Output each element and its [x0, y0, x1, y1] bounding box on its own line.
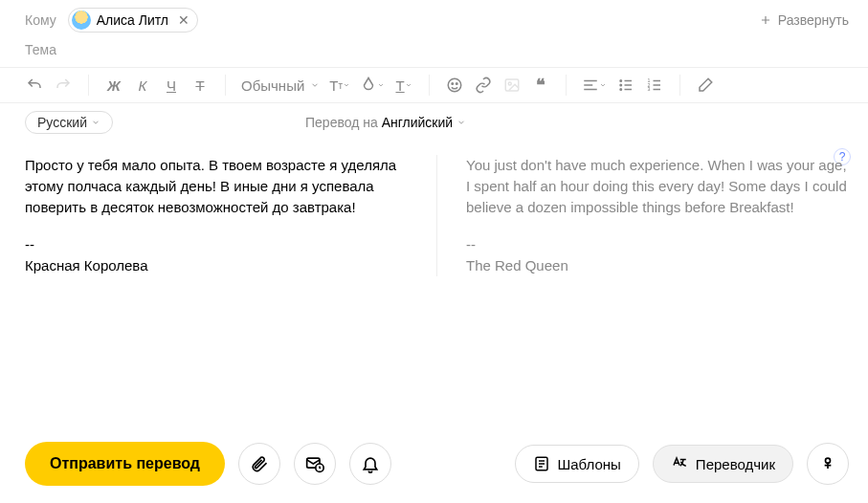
target-language-label: Английский — [382, 115, 453, 130]
svg-text:3: 3 — [648, 86, 651, 92]
paint-icon — [360, 77, 377, 94]
translation-signature: The Red Queen — [466, 255, 849, 276]
templates-button[interactable]: Шаблоны — [515, 445, 639, 483]
recipient-chip[interactable]: Алиса Литл ✕ — [68, 8, 198, 33]
emoji-button[interactable] — [445, 74, 464, 97]
source-language-label: Русский — [37, 115, 87, 130]
paragraph-style-select[interactable]: Обычный — [241, 77, 320, 94]
plus-icon — [759, 13, 772, 27]
link-icon — [475, 77, 492, 94]
target-language-select[interactable]: Перевод на Английский — [305, 115, 466, 130]
translation-body-text: You just don't have much experience. Whe… — [466, 155, 849, 217]
svg-point-5 — [620, 80, 622, 82]
numbered-list-button[interactable]: 123 — [645, 74, 664, 97]
emoji-icon — [446, 77, 463, 94]
translation-text-pane: You just don't have much experience. Whe… — [436, 155, 849, 276]
chip-close-icon[interactable]: ✕ — [178, 13, 189, 27]
source-signature: Красная Королева — [25, 255, 408, 276]
expand-button[interactable]: Развернуть — [759, 12, 849, 28]
align-button[interactable] — [582, 74, 607, 97]
source-language-chip[interactable]: Русский — [25, 111, 113, 134]
recipient-name: Алиса Литл — [97, 12, 168, 28]
translator-label: Переводчик — [696, 456, 775, 472]
svg-point-1 — [452, 83, 454, 85]
reminder-button[interactable] — [349, 443, 391, 485]
svg-point-7 — [620, 89, 622, 91]
to-label: Кому — [25, 12, 56, 28]
source-body-text: Просто у тебя мало опыта. В твоем возрас… — [25, 155, 408, 217]
svg-point-6 — [620, 84, 622, 86]
quote-button[interactable]: ❝ — [531, 74, 550, 97]
underline-button[interactable]: Ч — [162, 74, 181, 97]
svg-point-0 — [448, 78, 461, 92]
chevron-down-icon — [310, 80, 320, 90]
svg-point-14 — [826, 458, 831, 463]
templates-label: Шаблоны — [558, 456, 621, 472]
editor-toolbar: Ж К Ч Т Обычный Tт Т ❝ 123 — [0, 67, 868, 103]
signature-button[interactable] — [807, 443, 849, 485]
image-icon — [503, 77, 521, 94]
align-left-icon — [582, 77, 599, 94]
attach-button[interactable] — [238, 443, 280, 485]
strike-button[interactable]: Т — [190, 74, 210, 97]
translate-to-prefix: Перевод на — [305, 115, 378, 130]
send-translation-button[interactable]: Отправить перевод — [25, 442, 225, 486]
expand-label: Развернуть — [778, 12, 849, 28]
bullet-list-icon — [617, 77, 634, 94]
link-button[interactable] — [474, 74, 493, 97]
font-size-button[interactable]: Tт — [329, 74, 350, 97]
highlight-button[interactable]: Т — [394, 74, 413, 97]
chevron-down-icon — [405, 81, 412, 89]
source-text-pane[interactable]: Просто у тебя мало опыта. В твоем возрас… — [25, 155, 408, 276]
paperclip-icon — [250, 454, 269, 473]
chevron-down-icon — [377, 81, 385, 89]
bold-button[interactable]: Ж — [104, 74, 123, 97]
subject-label[interactable]: Тема — [25, 42, 56, 57]
envelope-clock-icon — [305, 454, 324, 473]
schedule-button[interactable] — [294, 443, 336, 485]
eraser-icon — [697, 77, 714, 94]
bullet-list-button[interactable] — [616, 74, 635, 97]
chevron-down-icon — [456, 118, 466, 127]
redo-icon — [55, 77, 72, 94]
recipient-avatar — [72, 11, 91, 30]
image-button[interactable] — [502, 74, 522, 97]
signature-icon — [818, 454, 837, 473]
translate-icon — [671, 455, 688, 472]
translator-toggle-button[interactable]: Переводчик — [653, 445, 793, 483]
source-sig-dash: -- — [25, 234, 408, 255]
numbered-list-icon: 123 — [646, 77, 663, 94]
svg-point-2 — [456, 83, 458, 85]
paragraph-style-label: Обычный — [241, 77, 304, 94]
chevron-down-icon — [599, 81, 607, 89]
text-color-button[interactable] — [360, 74, 385, 97]
chevron-down-icon — [343, 81, 350, 89]
templates-icon — [533, 455, 550, 472]
eraser-button[interactable] — [696, 74, 715, 97]
svg-point-4 — [508, 82, 511, 85]
redo-button[interactable] — [54, 74, 73, 97]
translation-sig-dash: -- — [466, 234, 849, 255]
undo-icon — [26, 77, 43, 94]
italic-button[interactable]: К — [133, 74, 152, 97]
bell-icon — [361, 454, 380, 473]
chevron-down-icon — [91, 118, 100, 127]
undo-button[interactable] — [25, 74, 44, 97]
